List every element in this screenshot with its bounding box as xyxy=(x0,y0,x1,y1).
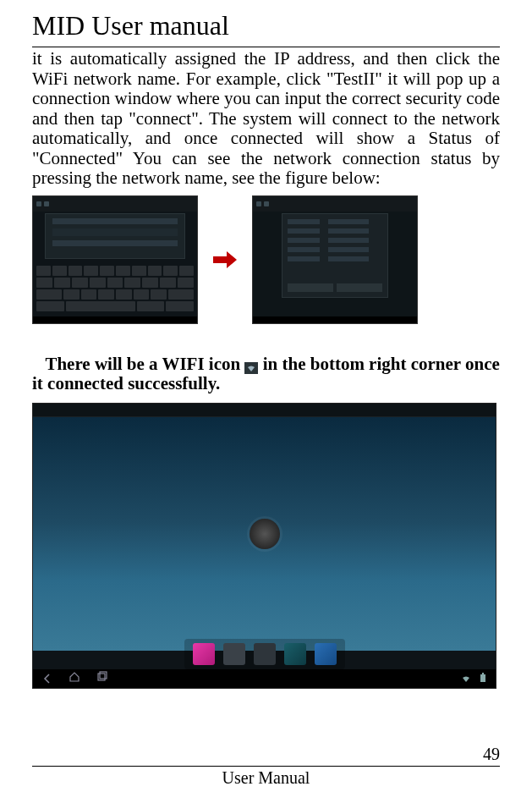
svg-rect-3 xyxy=(480,674,485,682)
apps-button-icon xyxy=(250,519,280,549)
body-paragraph: it is automatically assigned the IP addr… xyxy=(32,49,500,189)
svg-rect-2 xyxy=(100,672,107,679)
screenshot-homescreen xyxy=(32,403,496,689)
wifi-status-icon xyxy=(460,674,472,684)
nav-home-icon xyxy=(69,671,80,686)
nav-bar xyxy=(33,669,496,688)
dock-app-icon xyxy=(254,643,276,665)
dock xyxy=(184,639,345,669)
footer-rule xyxy=(32,766,500,767)
bold-paragraph: There will be a WIFI icon in the bottom … xyxy=(32,355,500,394)
dock-app-icon xyxy=(284,643,306,665)
battery-icon xyxy=(479,671,487,686)
dock-app-icon xyxy=(193,643,215,665)
figure-row xyxy=(32,195,500,324)
dock-app-icon xyxy=(223,643,245,665)
footer-label: User Manual xyxy=(32,768,500,788)
arrow-right-icon xyxy=(213,250,237,270)
screenshot-wifi-password xyxy=(32,195,198,324)
svg-rect-1 xyxy=(98,674,105,680)
dock-app-icon xyxy=(315,643,337,665)
page-number: 49 xyxy=(32,745,500,764)
nav-recent-icon xyxy=(96,671,107,686)
page-title: MID User manual xyxy=(32,10,500,41)
footer: 49 User Manual xyxy=(32,745,500,788)
nav-back-icon xyxy=(41,673,53,685)
wifi-icon xyxy=(244,359,258,371)
bold-text-before: There will be a WIFI icon xyxy=(45,354,244,374)
title-rule xyxy=(32,47,500,47)
screenshot-wifi-status xyxy=(252,195,418,324)
svg-rect-4 xyxy=(482,673,484,674)
